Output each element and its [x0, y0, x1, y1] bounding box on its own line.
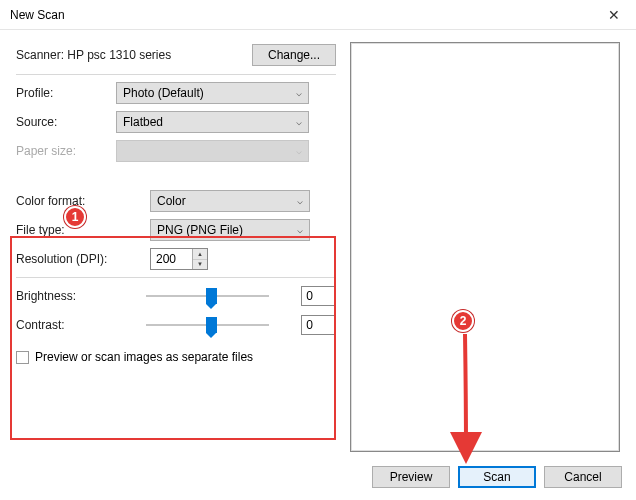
spinner-up-icon[interactable]: ▲ [193, 249, 207, 260]
scanner-label: Scanner: HP psc 1310 series [16, 48, 252, 62]
chevron-down-icon: ⌵ [297, 224, 303, 235]
change-scanner-button[interactable]: Change... [252, 44, 336, 66]
divider [16, 74, 336, 75]
slider-thumb[interactable] [206, 288, 217, 304]
separate-files-label: Preview or scan images as separate files [35, 350, 253, 364]
source-label: Source: [16, 115, 116, 129]
resolution-input[interactable]: 200 ▲ ▼ [150, 248, 208, 270]
contrast-value-box[interactable]: 0 [301, 315, 336, 335]
chevron-down-icon: ⌵ [296, 87, 302, 98]
filetype-select[interactable]: PNG (PNG File) ⌵ [150, 219, 310, 241]
chevron-down-icon: ⌵ [296, 116, 302, 127]
papersize-label: Paper size: [16, 144, 116, 158]
settings-panel: Scanner: HP psc 1310 series Change... Pr… [16, 40, 336, 452]
resolution-spinner[interactable]: ▲ ▼ [192, 249, 207, 269]
close-button[interactable]: ✕ [591, 0, 636, 30]
papersize-select: ⌵ [116, 140, 309, 162]
contrast-label: Contrast: [16, 318, 104, 332]
contrast-value: 0 [306, 318, 313, 332]
brightness-value: 0 [306, 289, 313, 303]
chevron-down-icon: ⌵ [297, 195, 303, 206]
colorformat-value: Color [157, 194, 186, 208]
scan-button[interactable]: Scan [458, 466, 536, 488]
source-value: Flatbed [123, 115, 163, 129]
brightness-label: Brightness: [16, 289, 104, 303]
slider-thumb[interactable] [206, 317, 217, 333]
profile-value: Photo (Default) [123, 86, 204, 100]
annotation-marker-1: 1 [64, 206, 86, 228]
separate-files-checkbox[interactable] [16, 351, 29, 364]
profile-label: Profile: [16, 86, 116, 100]
window-title: New Scan [10, 8, 591, 22]
dialog-footer: Preview Scan Cancel [372, 466, 622, 488]
resolution-value: 200 [156, 252, 176, 266]
colorformat-label: Color format: [16, 194, 108, 208]
filetype-label: File type: [16, 223, 108, 237]
profile-select[interactable]: Photo (Default) ⌵ [116, 82, 309, 104]
preview-panel [336, 40, 624, 452]
annotation-marker-2: 2 [452, 310, 474, 332]
dialog-content: Scanner: HP psc 1310 series Change... Pr… [0, 30, 636, 452]
spinner-down-icon[interactable]: ▼ [193, 260, 207, 270]
titlebar: New Scan ✕ [0, 0, 636, 30]
preview-area[interactable] [350, 42, 620, 452]
brightness-slider[interactable] [146, 286, 270, 306]
brightness-value-box[interactable]: 0 [301, 286, 336, 306]
filetype-value: PNG (PNG File) [157, 223, 243, 237]
resolution-label: Resolution (DPI): [16, 252, 116, 266]
cancel-button[interactable]: Cancel [544, 466, 622, 488]
chevron-down-icon: ⌵ [296, 145, 302, 156]
colorformat-select[interactable]: Color ⌵ [150, 190, 310, 212]
preview-button[interactable]: Preview [372, 466, 450, 488]
contrast-slider[interactable] [146, 315, 270, 335]
source-select[interactable]: Flatbed ⌵ [116, 111, 309, 133]
divider [16, 277, 336, 278]
